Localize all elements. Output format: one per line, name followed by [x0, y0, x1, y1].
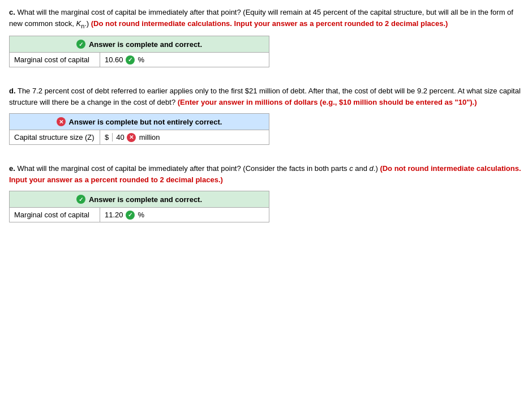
answer-label-e-1: Marginal cost of capital [10, 208, 100, 222]
check-icon-c: ✓ [76, 40, 85, 49]
x-icon-d: ✕ [57, 117, 66, 126]
question-c-text: c. What will the marginal cost of capita… [9, 7, 523, 30]
answer-header-d-text: Answer is complete but not entirely corr… [69, 118, 222, 126]
question-d-bold: (Enter your answer in millions of dollar… [178, 98, 477, 106]
answer-row-e-1: Marginal cost of capital 11.20 ✓ % [10, 207, 269, 222]
check-icon-e: ✓ [76, 195, 85, 204]
correct-icon-c-1: ✓ [126, 55, 135, 65]
correct-icon-e-1: ✓ [126, 211, 135, 220]
answer-header-c: ✓ Answer is complete and correct. [10, 36, 269, 52]
section-c: c. What will the marginal cost of capita… [9, 7, 523, 67]
question-e-bold: (Do not round intermediate calculations.… [9, 164, 521, 184]
answer-header-d: ✕ Answer is complete but not entirely co… [10, 114, 269, 130]
section-d: d. The 7.2 percent cost of debt referred… [9, 85, 523, 145]
answer-label-c-1: Marginal cost of capital [10, 53, 100, 67]
incorrect-icon-d-1: ✕ [127, 133, 136, 142]
answer-dollar-d-1: $ [105, 133, 113, 142]
answer-value-c-1-number: 10.60 [105, 55, 123, 64]
question-c-bold: (Do not round intermediate calculations.… [91, 19, 448, 28]
answer-unit-d-1: million [139, 133, 160, 142]
answer-box-e: ✓ Answer is complete and correct. Margin… [9, 191, 269, 222]
answer-box-d: ✕ Answer is complete but not entirely co… [9, 113, 269, 145]
answer-value-d-1: $ 40 ✕ million [100, 131, 165, 144]
answer-label-d-1: Capital structure size (Z) [10, 130, 100, 144]
section-e: e. What will the marginal cost of capita… [9, 163, 523, 222]
question-e-text: e. What will the marginal cost of capita… [9, 163, 523, 185]
question-e-label: e. [9, 164, 15, 173]
answer-header-e: ✓ Answer is complete and correct. [10, 191, 269, 207]
answer-box-c: ✓ Answer is complete and correct. Margin… [9, 36, 269, 67]
answer-row-c-1: Marginal cost of capital 10.60 ✓ % [10, 52, 269, 67]
answer-value-d-1-number: 40 [116, 133, 124, 142]
question-d-label: d. [9, 87, 16, 95]
question-d-text: d. The 7.2 percent cost of debt referred… [9, 85, 523, 108]
answer-unit-e-1: % [138, 211, 145, 219]
answer-header-c-text: Answer is complete and correct. [89, 40, 202, 49]
answer-unit-c-1: % [138, 55, 145, 64]
answer-header-e-text: Answer is complete and correct. [89, 195, 202, 204]
answer-value-e-1: 11.20 ✓ % [100, 208, 149, 222]
answer-value-c-1: 10.60 ✓ % [100, 53, 149, 67]
question-c-label: c. [9, 8, 15, 16]
answer-row-d-1: Capital structure size (Z) $ 40 ✕ millio… [10, 130, 269, 144]
answer-value-e-1-number: 11.20 [105, 211, 123, 219]
